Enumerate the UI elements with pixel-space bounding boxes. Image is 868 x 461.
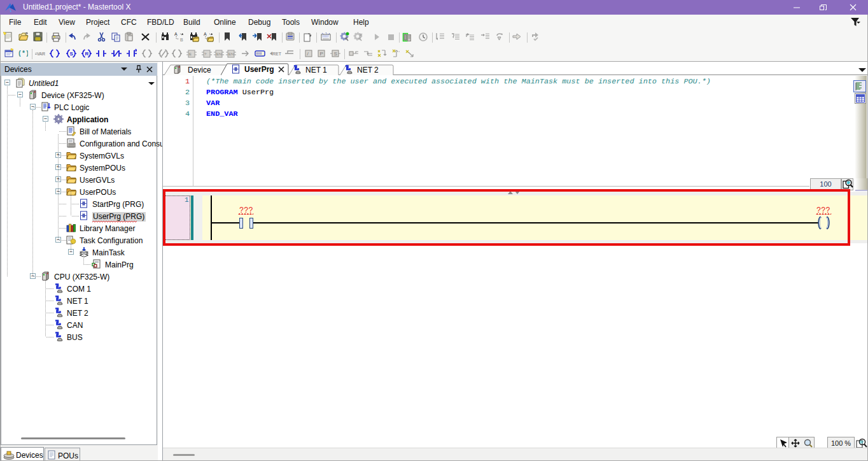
svg-text:P: P [320, 51, 323, 57]
svg-text:EN: EN [216, 52, 221, 56]
svg-text:S: S [334, 51, 337, 57]
svg-text:R: R [85, 51, 89, 57]
svg-text:RET: RET [272, 52, 281, 56]
svg-text:E: E [189, 52, 192, 56]
svg-text:S: S [70, 51, 74, 57]
svg-text:EN: EN [228, 52, 234, 56]
